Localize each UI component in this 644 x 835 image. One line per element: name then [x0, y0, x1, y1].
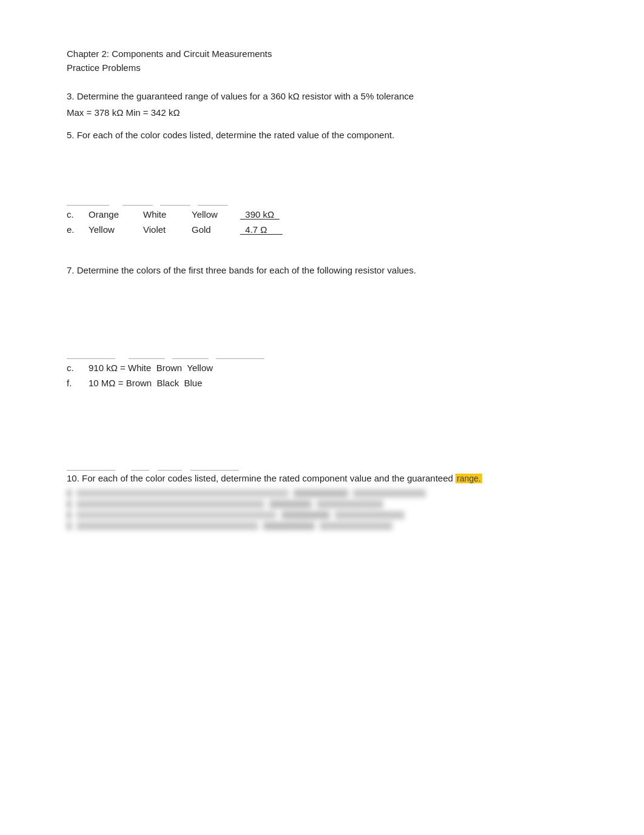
problem-3-text: 3. Determine the guaranteed range of val…	[67, 91, 577, 101]
problem-5-row-e: e. Yellow Violet Gold _4.7 Ω___	[67, 224, 577, 235]
underline-seg	[67, 358, 115, 359]
problem-5-row-c: c. Orange White Yellow _390 kΩ_	[67, 209, 577, 220]
row-label-c: c.	[67, 209, 85, 220]
underline-seg	[131, 470, 149, 471]
problem-7-row-f: f. 10 MΩ = Brown Black Blue	[67, 378, 577, 388]
row-label-e: e.	[67, 224, 85, 235]
row-label-7f: f.	[67, 378, 85, 388]
section-title: Practice Problems	[67, 62, 577, 73]
problem-5-resistor-area	[67, 146, 577, 207]
color-2-c: White	[143, 209, 192, 220]
blurred-row-c	[67, 511, 577, 519]
underline-seg	[216, 358, 264, 359]
answer-c: _390 kΩ_	[240, 209, 325, 220]
underline-seg	[67, 205, 109, 206]
problem-7-row-c: c. 910 kΩ = White Brown Yellow	[67, 363, 577, 373]
problem-7-resistor-area	[67, 281, 577, 360]
underline-seg	[122, 205, 153, 206]
problem-10: 10. For each of the color codes listed, …	[67, 473, 577, 530]
problem-10-intro: 10. For each of the color codes listed, …	[67, 473, 577, 483]
problem-7-intro: 7. Determine the colors of the first thr…	[67, 265, 577, 275]
underline-seg	[198, 205, 228, 206]
underline-seg	[172, 358, 209, 359]
color-1-c: Orange	[89, 209, 143, 220]
problem-10-blurred	[67, 489, 577, 530]
problem-3: 3. Determine the guaranteed range of val…	[67, 91, 577, 118]
problem-10-intro-highlighted: range.	[455, 474, 482, 483]
underline-seg	[67, 470, 115, 471]
blurred-row-a	[67, 489, 577, 497]
blurred-row-d	[67, 522, 577, 530]
color-1-e: Yellow	[89, 224, 143, 235]
row-label-7c: c.	[67, 363, 85, 373]
underline-seg	[129, 358, 165, 359]
underline-seg	[160, 205, 190, 206]
color-3-c: Yellow	[192, 209, 240, 220]
problem-3-answer: Max = 378 kΩ Min = 342 kΩ	[67, 107, 577, 118]
chapter-title: Chapter 2: Components and Circuit Measur…	[67, 49, 577, 59]
page-content: Chapter 2: Components and Circuit Measur…	[67, 49, 577, 530]
answer-7c: 910 kΩ = White Brown Yellow	[89, 363, 213, 373]
answer-7f: 10 MΩ = Brown Black Blue	[89, 378, 203, 388]
answer-e: _4.7 Ω___	[240, 224, 325, 235]
problem-7: 7. Determine the colors of the first thr…	[67, 265, 577, 388]
color-2-e: Violet	[143, 224, 192, 235]
underline-seg	[190, 470, 239, 471]
blurred-row-b	[67, 500, 577, 508]
underline-seg	[158, 470, 182, 471]
spacer-between-7-10	[67, 400, 577, 473]
problem-5-intro: 5. For each of the color codes listed, d…	[67, 130, 577, 140]
problem-5: 5. For each of the color codes listed, d…	[67, 130, 577, 235]
color-3-e: Gold	[192, 224, 240, 235]
